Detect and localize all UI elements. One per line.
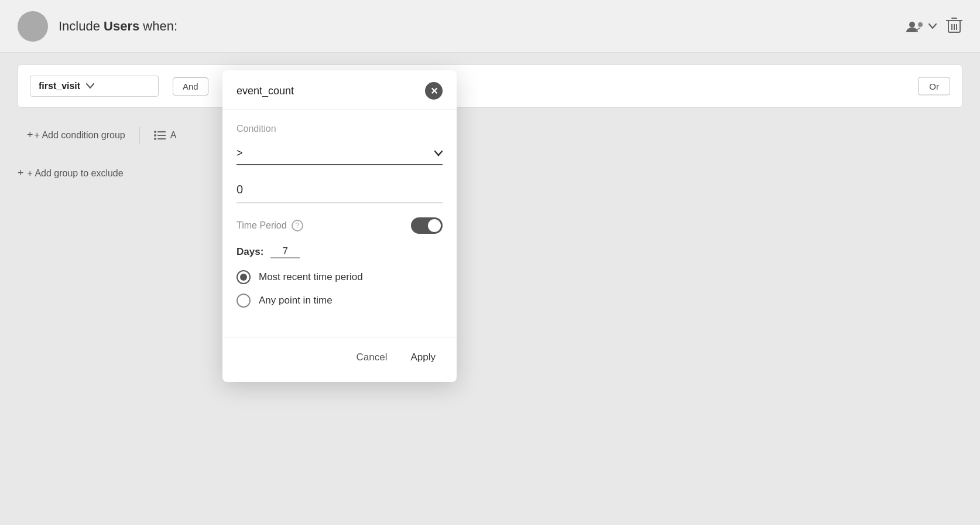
days-input[interactable] [270, 246, 300, 258]
radio-label-most-recent: Most recent time period [259, 271, 363, 283]
plus-icon: + [27, 129, 33, 141]
popup-header: event_count ✕ [222, 70, 457, 110]
bottom-actions: + + Add condition group A [18, 117, 962, 147]
svg-point-11 [154, 134, 156, 137]
add-condition-group-button[interactable]: + + Add condition group [18, 123, 135, 147]
days-row: Days: [237, 246, 443, 258]
days-label: Days: [237, 246, 263, 258]
popup-footer: Cancel Apply [222, 337, 457, 382]
time-period-toggle[interactable] [411, 217, 443, 234]
chevron-down-icon [86, 83, 94, 89]
content-area: first_visit And Or + + Add condition gro… [0, 53, 980, 197]
chevron-down-icon [434, 151, 443, 156]
apply-button[interactable]: Apply [403, 347, 443, 368]
header-actions [906, 16, 962, 37]
condition-row: first_visit And Or [18, 64, 962, 108]
or-button[interactable]: Or [918, 77, 950, 96]
separator [139, 127, 140, 144]
users-icon [906, 19, 925, 33]
svg-point-0 [909, 22, 915, 28]
radio-circle-any-point [237, 294, 251, 308]
add-group-exclude-button[interactable]: + + Add group to exclude [18, 161, 962, 185]
first-visit-select[interactable]: first_visit [30, 76, 159, 97]
popup-overlay: event_count ✕ Condition > [222, 70, 457, 382]
radio-most-recent[interactable]: Most recent time period [237, 270, 443, 284]
chevron-down-icon [928, 23, 937, 29]
help-label: ? [295, 221, 299, 230]
time-period-label: Time Period ? [237, 220, 303, 231]
condition-popup: event_count ✕ Condition > [222, 70, 457, 382]
time-period-row: Time Period ? [237, 217, 443, 234]
avatar [18, 11, 48, 42]
main-container: Include Users when: [0, 0, 980, 525]
add-group-exclude-label: + Add group to exclude [28, 168, 124, 179]
cancel-button[interactable]: Cancel [349, 347, 395, 368]
popup-body: Condition > Time Period ? [222, 110, 457, 337]
condition-operator-value: > [237, 147, 243, 159]
bulk-action-label: A [170, 130, 177, 141]
toggle-thumb [428, 219, 441, 232]
delete-button[interactable] [946, 16, 962, 37]
popup-close-button[interactable]: ✕ [425, 82, 443, 100]
add-condition-group-label: + Add condition group [35, 130, 125, 141]
header-title: Include Users when: [59, 19, 177, 34]
radio-circle-most-recent [237, 270, 251, 284]
radio-label-any-point: Any point in time [259, 295, 333, 306]
radio-any-point[interactable]: Any point in time [237, 294, 443, 308]
first-visit-label: first_visit [39, 81, 80, 91]
svg-point-10 [154, 131, 156, 133]
svg-point-12 [154, 138, 156, 140]
bulk-action-button[interactable]: A [145, 124, 186, 146]
popup-event-name: event_count [237, 85, 294, 97]
condition-value-input[interactable] [237, 177, 443, 203]
users-icon-button[interactable] [906, 19, 937, 33]
and-button[interactable]: And [173, 77, 208, 96]
list-icon [154, 130, 166, 141]
toggle-track [411, 217, 443, 234]
plus-icon-exclude: + [18, 167, 24, 179]
trash-icon [946, 16, 962, 35]
radio-group: Most recent time period Any point in tim… [237, 270, 443, 308]
svg-point-1 [918, 22, 923, 27]
condition-operator-select[interactable]: > [237, 142, 443, 165]
time-period-help-icon[interactable]: ? [292, 220, 303, 231]
condition-section-label: Condition [237, 124, 443, 134]
close-icon: ✕ [430, 86, 438, 97]
header-bar: Include Users when: [0, 0, 980, 53]
